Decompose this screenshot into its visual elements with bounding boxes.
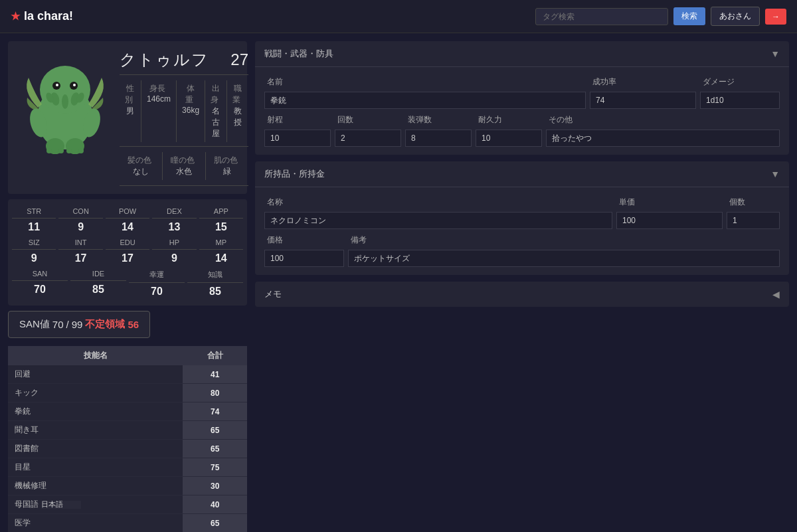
- item-count-input[interactable]: [727, 212, 780, 229]
- character-name: クトゥルフ: [120, 49, 209, 70]
- item-note-input[interactable]: [348, 250, 780, 267]
- skill-row: 拳銃 74: [8, 402, 247, 421]
- combat-section-header[interactable]: 戦闘・武器・防具 ▼: [255, 41, 789, 67]
- weight-item: 体重36kg: [177, 80, 205, 142]
- skill-name-cell: 医学: [8, 514, 183, 533]
- combat-col-durability: 耐久力: [476, 113, 542, 127]
- svg-point-15: [46, 148, 52, 153]
- hair-label: 髪の色: [128, 155, 151, 165]
- gender-item: 性別男: [120, 80, 141, 142]
- san-uncertain-value: 56: [128, 319, 139, 330]
- weight-label: 体重: [185, 84, 195, 104]
- skill-name-cell: 拳銃: [8, 402, 183, 421]
- skill-value-cell: 65: [183, 440, 247, 458]
- job-label: 職業: [232, 84, 242, 104]
- skill-name-cell: 機械修理: [8, 477, 183, 495]
- origin-label: 出身: [211, 84, 220, 104]
- skills-col-name: 技能名: [8, 346, 183, 365]
- search-button[interactable]: 検索: [673, 7, 705, 25]
- search-input[interactable]: [535, 8, 668, 25]
- skill-sublabel-input[interactable]: [41, 501, 81, 509]
- san-max: 99: [72, 319, 83, 330]
- logout-button[interactable]: →: [765, 9, 786, 25]
- svg-point-9: [56, 84, 58, 86]
- skin-value: 緑: [223, 167, 231, 176]
- items-col-price: 単価: [616, 195, 723, 209]
- san-box: SAN値 70 / 99 不定領域 56: [8, 311, 150, 338]
- memo-chevron-icon: ◀: [772, 289, 780, 300]
- skill-name: キック: [15, 388, 39, 397]
- skill-name-cell: 図書館: [8, 440, 183, 458]
- combat-chevron-icon: ▼: [770, 48, 780, 59]
- star-icon: ★: [11, 10, 20, 23]
- skill-value-cell: 74: [183, 402, 247, 421]
- svg-point-3: [62, 94, 68, 109]
- stat-item-INT: INT 17: [57, 236, 104, 267]
- brand: ★ la chara!: [11, 9, 73, 23]
- skill-name: 回避: [15, 369, 31, 379]
- char-details-row: 性別男 身長146cm 体重36kg 出身名古屋 職業教授: [120, 80, 248, 147]
- character-age: 27: [230, 50, 248, 69]
- weight-value: 36kg: [182, 106, 199, 115]
- items-col-value: 価格: [264, 233, 344, 247]
- stat-item-SIZ: SIZ 9: [11, 236, 57, 267]
- eye-value: 水色: [176, 167, 192, 176]
- skill-name: 拳銃: [15, 406, 31, 416]
- weapon-range-input[interactable]: [264, 130, 331, 147]
- weapon-durability-input[interactable]: [476, 130, 542, 147]
- weapon-name-input[interactable]: [264, 92, 586, 109]
- char-top: クトゥルフ 27 性別男 身長146cm 体重36kg: [19, 49, 236, 186]
- item-price-input[interactable]: [616, 212, 723, 229]
- stat-item-IDE: IDE 85: [69, 267, 128, 300]
- char-appearance-row: 髪の色なし 瞳の色水色 肌の色緑: [120, 152, 248, 186]
- memo-section: メモ ◀: [255, 282, 789, 307]
- stat-item-APP: APP 15: [198, 205, 244, 236]
- gender-label: 性別: [125, 84, 134, 104]
- skill-name-cell: キック: [8, 384, 183, 402]
- items-col-name: 名称: [264, 195, 612, 209]
- item-name-input[interactable]: [264, 212, 612, 229]
- skill-name: 聞き耳: [15, 425, 39, 434]
- weapon-other-input[interactable]: [546, 130, 780, 147]
- combat-section: 戦闘・武器・防具 ▼ 名前 成功率 ダメージ 射程: [255, 41, 789, 155]
- height-label: 身長: [149, 84, 165, 93]
- memo-section-header[interactable]: メモ ◀: [255, 282, 789, 307]
- skill-value-cell: 80: [183, 384, 247, 402]
- hair-item: 髪の色なし: [120, 152, 163, 180]
- items-chevron-icon: ▼: [770, 169, 780, 179]
- skill-value-cell: 65: [183, 421, 247, 440]
- item-value-input[interactable]: [264, 250, 344, 267]
- san-current: 70: [52, 319, 64, 330]
- left-panel: クトゥルフ 27 性別男 身長146cm 体重36kg: [8, 41, 247, 532]
- skill-name-cell: 聞き耳: [8, 421, 183, 440]
- weapon-ammo-input[interactable]: [405, 130, 472, 147]
- skill-name: 母国語: [15, 499, 39, 509]
- weapon-damage-input[interactable]: [700, 92, 780, 109]
- items-section-header[interactable]: 所持品・所持金 ▼: [255, 161, 789, 187]
- weapon-success-input[interactable]: [590, 92, 696, 109]
- skill-value-cell: 30: [183, 477, 247, 495]
- combat-col-ammo: 装弾数: [405, 113, 472, 127]
- san-separator: /: [66, 319, 69, 330]
- stat-item-幸運: 幸運 70: [128, 267, 186, 300]
- memo-title: メモ: [264, 288, 282, 300]
- skin-item: 肌の色緑: [206, 152, 248, 180]
- combat-col-shots: 回数: [335, 113, 401, 127]
- character-info: クトゥルフ 27 性別男 身長146cm 体重36kg: [120, 49, 248, 186]
- skill-name: 図書館: [15, 444, 39, 453]
- combat-col-success: 成功率: [590, 75, 696, 89]
- stat-item-STR: STR 11: [11, 205, 57, 236]
- skill-name-cell: 目星: [8, 458, 183, 477]
- user-button[interactable]: あおさん: [711, 7, 760, 26]
- combat-section-body: 名前 成功率 ダメージ 射程 回数 装弾数 耐久力 その他: [255, 67, 789, 155]
- stats-row: STR 11 CON 9 POW 14 DEX 13 APP 15 SIZ 9 …: [8, 199, 247, 306]
- weapon-shots-input[interactable]: [335, 130, 401, 147]
- main-container: クトゥルフ 27 性別男 身長146cm 体重36kg: [0, 33, 797, 532]
- svg-point-20: [78, 148, 84, 153]
- skill-row: 医学 65: [8, 514, 247, 533]
- skill-value-cell: 41: [183, 365, 247, 384]
- items-col-count: 個数: [727, 195, 780, 209]
- skill-value-cell: 75: [183, 458, 247, 477]
- stat-item-知識: 知識 85: [186, 267, 244, 300]
- stat-item-EDU: EDU 17: [104, 236, 151, 267]
